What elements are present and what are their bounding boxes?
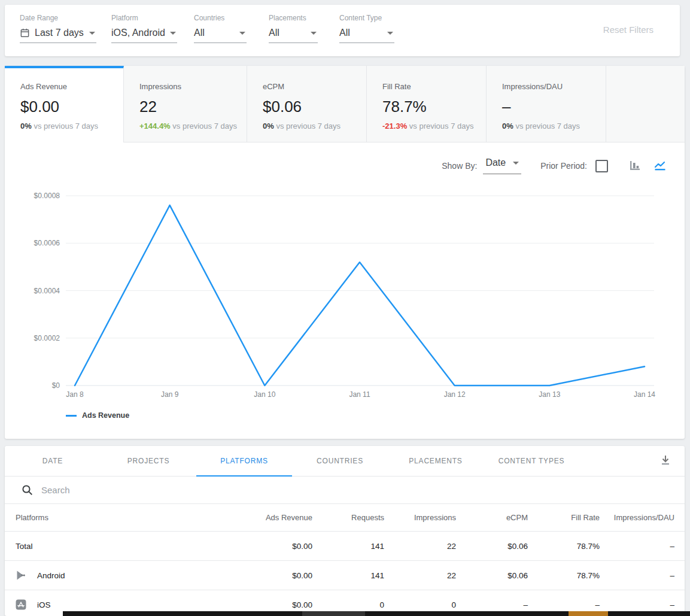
content-type-filter[interactable]: Content Type All: [339, 14, 394, 43]
download-button[interactable]: [659, 454, 671, 467]
metric-delta: 0% vs previous 7 days: [263, 122, 366, 131]
content-type-select[interactable]: All: [339, 26, 394, 43]
y-axis-tick-label: $0: [52, 381, 60, 390]
tab-platforms[interactable]: PLATFORMS: [196, 446, 292, 476]
placements-label: Placements: [269, 14, 318, 22]
table-header-row: Platforms Ads Revenue Requests Impressio…: [5, 504, 685, 532]
x-axis-tick-label: Jan 13: [539, 390, 560, 399]
metric-tab-impressions[interactable]: Impressions 22 +144.4% vs previous 7 day…: [124, 66, 247, 142]
metric-delta-suffix: vs previous 7 days: [34, 122, 98, 131]
metric-delta-value: +144.4%: [139, 122, 171, 131]
cell-impressions-dau: –: [600, 600, 685, 609]
tab-projects[interactable]: PROJECTS: [101, 446, 196, 476]
column-ecpm: eCPM: [456, 513, 528, 522]
line-chart-icon: [653, 160, 667, 172]
column-requests: Requests: [312, 513, 384, 522]
metric-label: eCPM: [263, 82, 366, 91]
countries-select[interactable]: All: [194, 26, 247, 43]
cell-requests: 141: [312, 571, 384, 580]
search-icon: [22, 484, 33, 496]
cell-ecpm: $0.06: [456, 571, 528, 580]
date-range-select[interactable]: Last 7 days: [20, 26, 96, 43]
metric-value: –: [502, 98, 606, 116]
bar-chart-toggle-button[interactable]: [628, 160, 642, 172]
platform-label: Platform: [111, 14, 177, 22]
search-input[interactable]: [40, 484, 461, 496]
platform-select[interactable]: iOS, Android: [111, 26, 177, 43]
cell-impressions-dau: –: [600, 571, 685, 580]
metric-delta: 0% vs previous 7 days: [502, 122, 606, 131]
metric-tab-fill-rate[interactable]: Fill Rate 78.7% -21.3% vs previous 7 day…: [367, 66, 487, 142]
placements-value: All: [269, 28, 279, 38]
x-axis-tick-label: Jan 10: [254, 390, 275, 399]
metric-delta-suffix: vs previous 7 days: [172, 122, 237, 131]
metric-label: Fill Rate: [382, 82, 486, 91]
download-icon: [659, 454, 671, 467]
table-row-android[interactable]: Android $0.00 141 22 $0.06 78.7% –: [5, 561, 685, 590]
metric-value: $0.00: [20, 98, 123, 116]
cell-fill-rate: 78.7%: [528, 542, 600, 551]
caret-down-icon: [239, 32, 245, 35]
cell-ecpm: –: [456, 600, 528, 609]
countries-value: All: [194, 28, 205, 38]
google-play-icon: [16, 570, 26, 581]
metric-tab-ads-revenue[interactable]: Ads Revenue $0.00 0% vs previous 7 days: [5, 66, 124, 142]
metric-delta-suffix: vs previous 7 days: [276, 122, 341, 131]
metric-value: $0.06: [263, 98, 366, 116]
y-axis-tick-label: $0.0008: [34, 192, 60, 200]
legend-label: Ads Revenue: [82, 411, 129, 420]
prior-period-checkbox[interactable]: [595, 160, 608, 172]
row-name: Total: [5, 542, 241, 551]
analytics-dashboard: Date Range Last 7 days Platform iOS, And…: [0, 0, 690, 616]
platform-value: iOS, Android: [111, 28, 165, 38]
y-axis-tick-label: $0.0006: [34, 239, 60, 247]
show-by-select[interactable]: Date: [483, 157, 521, 174]
content-type-value: All: [339, 28, 350, 38]
cell-requests: 0: [312, 600, 384, 609]
cell-fill-rate: 78.7%: [528, 571, 600, 580]
metric-delta-suffix: vs previous 7 days: [409, 122, 474, 131]
date-range-label: Date Range: [20, 14, 96, 22]
placements-select[interactable]: All: [269, 26, 318, 43]
cell-ads-revenue: $0.00: [241, 571, 312, 580]
column-fill-rate: Fill Rate: [528, 513, 600, 522]
metric-label: Ads Revenue: [20, 82, 123, 91]
metric-value: 78.7%: [382, 98, 486, 116]
caret-down-icon: [170, 32, 176, 35]
cell-impressions-dau: –: [600, 542, 685, 551]
breakdown-table-card: DATE PROJECTS PLATFORMS COUNTRIES PLACEM…: [5, 446, 685, 616]
content-type-label: Content Type: [339, 14, 394, 22]
metric-tab-ecpm[interactable]: eCPM $0.06 0% vs previous 7 days: [247, 66, 367, 142]
line-chart-toggle-button[interactable]: [653, 160, 667, 172]
caret-down-icon: [89, 32, 95, 35]
chart-type-toggle: [628, 160, 667, 172]
reset-filters-button[interactable]: Reset Filters: [600, 24, 657, 35]
metric-label: Impressions/DAU: [502, 82, 606, 91]
taskbar-segment: [569, 611, 608, 616]
metric-tab-impressions-dau[interactable]: Impressions/DAU – 0% vs previous 7 days: [487, 66, 606, 142]
tab-content-types[interactable]: CONTENT TYPES: [484, 446, 579, 476]
metrics-chart-card: Ads Revenue $0.00 0% vs previous 7 days …: [5, 66, 685, 439]
cell-impressions: 22: [384, 542, 456, 551]
ads-revenue-line-chart: $0$0.0002$0.0004$0.0006$0.0008Jan 8Jan 9…: [5, 186, 685, 406]
metric-delta-value: 0%: [263, 122, 274, 131]
cell-fill-rate: –: [528, 600, 600, 609]
tab-countries[interactable]: COUNTRIES: [292, 446, 388, 476]
cell-impressions: 22: [384, 571, 456, 580]
show-by-value: Date: [485, 157, 506, 168]
filter-bar: Date Range Last 7 days Platform iOS, And…: [5, 5, 680, 56]
legend-swatch: [66, 415, 77, 417]
cell-impressions: 0: [384, 600, 456, 609]
table-row-total[interactable]: Total $0.00 141 22 $0.06 78.7% –: [5, 532, 685, 561]
x-axis-tick-label: Jan 14: [634, 390, 655, 399]
placements-filter[interactable]: Placements All: [269, 14, 318, 43]
tab-placements[interactable]: PLACEMENTS: [388, 446, 484, 476]
app-store-icon: [16, 599, 26, 610]
metric-tabs: Ads Revenue $0.00 0% vs previous 7 days …: [5, 66, 685, 142]
platform-filter[interactable]: Platform iOS, Android: [111, 14, 177, 43]
countries-filter[interactable]: Countries All: [194, 14, 247, 43]
caret-down-icon: [513, 162, 519, 165]
calendar-icon: [20, 28, 30, 38]
date-range-filter[interactable]: Date Range Last 7 days: [20, 14, 96, 43]
tab-date[interactable]: DATE: [5, 446, 101, 476]
